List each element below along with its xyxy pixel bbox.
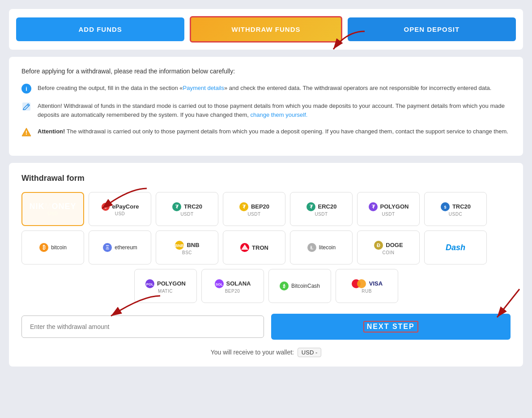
payment-details-link[interactable]: Payment details [183,85,225,91]
main-container: ADD FUNDS WITHDRAW FUNDS OPEN DEPOSIT Be… [9,9,523,367]
info-panel-title: Before applying for a withdrawal, please… [21,68,511,75]
info-row-payment-details: i Before creating the output, fill in th… [21,84,511,94]
payment-method-doge[interactable]: Ð DOGE COIN [357,230,420,264]
svg-text:₮: ₮ [309,204,313,209]
svg-text:BNB: BNB [175,243,184,248]
svg-text:₮: ₮ [371,204,375,209]
svg-text:₿: ₿ [43,244,46,251]
payment-method-bnb[interactable]: BNB BNB BSC [156,230,218,264]
info-text-3: Attention! The withdrawal is carried out… [38,127,508,136]
info-text-2: Attention! Withdrawal of funds in the st… [38,102,511,119]
svg-text:₿: ₿ [282,284,285,289]
info-text-1: Before creating the output, fill in the … [38,84,491,93]
payment-method-bep20-usdt[interactable]: ₮ BEP20 USDT [223,192,285,226]
svg-text:₮: ₮ [242,204,246,209]
receive-info: You will receive to your wallet: USD - [21,349,511,356]
payment-row-2: ₿ bitcoin Ξ ethereum BNB [21,230,511,264]
withdraw-funds-button[interactable]: WITHDRAW FUNDS [190,16,342,43]
payment-method-solana[interactable]: SOL SOLANA BEP20 [201,269,264,303]
svg-text:Ξ: Ξ [106,244,109,251]
payment-method-dash[interactable]: Dash [424,230,487,264]
receive-currency-suffix: - [315,349,317,356]
payment-method-bitcoincash[interactable]: ₿ BitcoinCash [268,269,331,303]
payment-method-tron[interactable]: TRON [223,230,285,264]
info-icon: i [21,84,31,94]
payment-method-trc20-usdc[interactable]: $ TRC20 USDC [424,192,487,226]
payment-method-polygon-usdt[interactable]: ₮ POLYGON USDT [357,192,420,226]
svg-text:SOL: SOL [215,282,223,286]
next-step-button[interactable]: NEXT STEP [271,314,511,340]
change-yourself-link[interactable]: change them yourself. [250,111,307,118]
payment-row-3: POL POLYGON MATIC SOL SOLANA BEP20 [21,269,511,303]
amount-arrow-icon [102,291,165,323]
svg-point-36 [357,279,366,288]
receive-currency-link[interactable]: USD - [298,348,321,357]
info-row-warning: ! Attention! The withdrawal is carried o… [21,127,511,137]
info-panel: Before applying for a withdrawal, please… [9,57,523,156]
receive-currency: USD [302,349,314,356]
info-row-standard-mode: Attention! Withdrawal of funds in the st… [21,102,511,119]
payment-method-bitcoin[interactable]: ₿ bitcoin [21,230,84,264]
payment-method-nikmoney[interactable]: NIKMONEY USD [21,192,84,226]
svg-text:POL: POL [146,282,154,286]
payment-method-visa-rub[interactable]: VISA RUB [336,269,398,303]
withdrawal-form: Withdrawal form NIKMONEY USD [9,163,523,367]
amount-input-area: NEXT STEP [21,314,511,340]
payment-method-trc20-usdt[interactable]: ₮ TRC20 USDT [156,192,218,226]
payment-method-ethereum[interactable]: Ξ ethereum [89,230,151,264]
withdrawal-form-title: Withdrawal form [21,174,511,183]
receive-label: You will receive to your wallet: [211,349,294,356]
nikmoney-arrow-icon [93,184,151,215]
withdraw-arrow-icon [329,29,369,56]
warning-icon: ! [21,127,31,137]
nextstep-arrow-icon [479,287,524,320]
top-buttons-section: ADD FUNDS WITHDRAW FUNDS OPEN DEPOSIT [9,9,523,50]
payment-method-litecoin[interactable]: Ł litecoin [290,230,353,264]
svg-text:Ð: Ð [377,243,380,248]
svg-text:₮: ₮ [175,204,179,209]
next-step-label: NEXT STEP [363,321,418,333]
svg-text:!: ! [26,129,27,136]
payment-method-erc20-usdt[interactable]: ₮ ERC20 USDT [290,192,353,226]
edit-icon [21,102,31,111]
add-funds-button[interactable]: ADD FUNDS [16,17,184,41]
svg-text:$: $ [444,205,446,209]
svg-text:Ł: Ł [310,245,313,250]
open-deposit-button[interactable]: OPEN DEPOSIT [348,17,516,41]
